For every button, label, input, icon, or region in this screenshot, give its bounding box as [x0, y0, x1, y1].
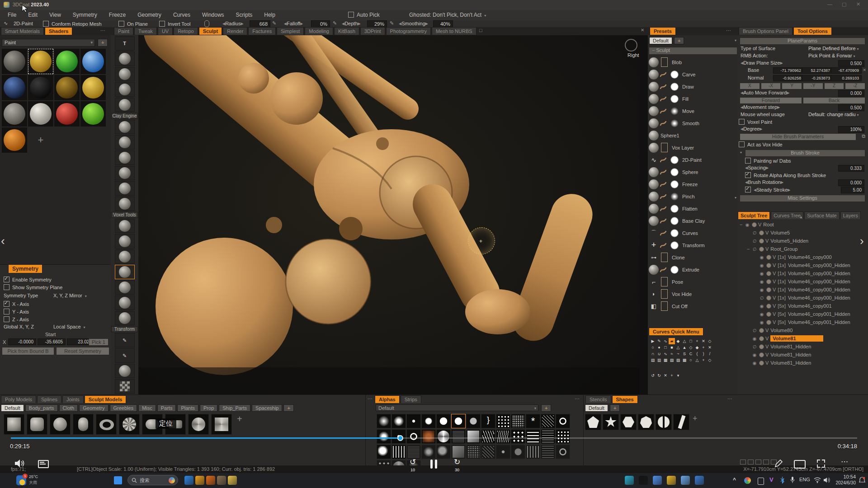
stepper-brush-rotation[interactable]: ◀Brush Rotation▶0.000 [737, 179, 868, 187]
steady-stroke-row[interactable]: ◀Steady Stroke▶5.00 [737, 187, 868, 194]
tree-row-volume81_hidden[interactable]: ◉VVolume81_Hidden [737, 351, 868, 359]
pick-button[interactable]: Pick 1 [89, 338, 108, 346]
curves-menu-item[interactable]: □ [688, 338, 694, 344]
stepper-auto-move-forward[interactable]: ◀Auto Move Forward▶0.000 [737, 90, 868, 97]
falloff-stepper[interactable]: ◀Falloff▶ [284, 21, 303, 26]
tree-tab-surface-mate[interactable]: Surface Mate [804, 211, 839, 219]
reset-symmetry-button[interactable]: Reset Symmetry [56, 347, 109, 355]
presets-tab[interactable]: Presets [650, 27, 676, 35]
eye-closed-icon[interactable]: ∅ [751, 239, 758, 244]
curves-menu-item[interactable]: + [700, 344, 707, 351]
alpha-soft[interactable] [392, 414, 406, 428]
model-thumb-faceted-sphere[interactable] [188, 414, 209, 435]
curves-menu-item[interactable]: △ [694, 357, 700, 363]
preset-tool-flatten[interactable]: Flatten [649, 202, 736, 215]
falloff-value[interactable]: 0% [311, 20, 330, 28]
step-right-icon[interactable]: ▶ [788, 188, 790, 192]
tree-row-volume46_copy000_hidden[interactable]: ◉V[1x]Volume46_copy000_Hidden [737, 269, 868, 277]
alphas-menu[interactable]: ⋯ [575, 396, 580, 402]
shader-item[interactable] [28, 101, 53, 127]
tree-row-root_group[interactable]: −∅VRoot_Group [737, 245, 868, 253]
collapse-right-chevron[interactable]: › [860, 234, 864, 248]
room-tab-simplest[interactable]: Simplest [277, 27, 304, 35]
mic-tray-icon[interactable] [790, 477, 795, 483]
clear-vector-icon[interactable]: ✕ [863, 68, 866, 72]
curves-menu-item[interactable]: ◇ [707, 338, 713, 344]
scroll-up-icon[interactable]: ▲ [799, 215, 803, 219]
curves-menu-item[interactable]: □ [662, 344, 669, 351]
shape-pentagon[interactable] [585, 414, 601, 430]
conform-retopo-checkbox[interactable]: Conform Retopo Mesh [43, 21, 102, 27]
checkbox-box[interactable] [739, 141, 745, 147]
strip-tool-1-4[interactable] [115, 181, 135, 196]
curves-menu-item[interactable]: ◆ [675, 338, 681, 344]
stepper-value[interactable]: 5.00 [841, 187, 864, 193]
bottom-tab-joints[interactable]: Joints [62, 395, 84, 403]
curves-menu-item[interactable]: ▲ [681, 344, 688, 351]
category-ship_parts[interactable]: Ship_Parts [219, 404, 250, 412]
vector-value-2[interactable]: -67.470909 [831, 67, 862, 74]
preset-add-button[interactable]: + [674, 37, 684, 44]
preset-tool-blob[interactable]: Blob [649, 56, 736, 68]
step-right-icon[interactable]: ▶ [781, 180, 783, 184]
store-app-icon[interactable] [217, 476, 226, 485]
strip-tool-2-0[interactable] [115, 219, 135, 233]
shader-item[interactable] [2, 101, 27, 127]
stepper-value[interactable]: 0.000 [838, 90, 864, 97]
bottom-tab-sculpt-models[interactable]: Sculpt Models [85, 395, 127, 403]
preset-tool-cut-off[interactable]: ◧Cut Off [649, 300, 736, 312]
curves-menu-item[interactable]: ▦ [662, 357, 669, 363]
room-tab-retopo[interactable]: Retopo [174, 27, 198, 35]
alpha-specks[interactable] [511, 429, 525, 444]
panel-dock-icon[interactable] [755, 460, 761, 465]
annotate-pencil-icon[interactable] [774, 459, 783, 468]
tree-expander[interactable]: − [747, 246, 751, 252]
preset-tool-carve[interactable]: Carve [649, 68, 736, 80]
viewport[interactable]: Right + [138, 35, 640, 394]
tree-row-volume46_copy000_hidden[interactable]: ∅V[1x]Volume46_copy000_Hidden [737, 294, 868, 302]
curves-menu-item[interactable]: ■ [669, 344, 675, 351]
axis-button--y[interactable]: -Y [803, 83, 823, 89]
add-model-button[interactable]: + [237, 414, 242, 424]
mail-app-icon[interactable] [184, 476, 193, 485]
section-header-misc-settings[interactable]: ▾Misc Settings [740, 195, 865, 202]
curves-menu-item[interactable]: ▧ [669, 357, 675, 363]
alpha-dot[interactable] [406, 414, 421, 428]
axis-checkbox-x[interactable]: X - Axis [4, 301, 29, 309]
depth-value[interactable]: 29% [367, 20, 387, 28]
wifi-tray-icon[interactable] [814, 477, 821, 483]
bottom-tab-splines[interactable]: Splines [37, 395, 61, 403]
social-app-icon[interactable] [653, 476, 662, 485]
curves-menu-item[interactable]: ◇ [688, 344, 694, 351]
eye-open-icon[interactable]: ◉ [759, 312, 765, 317]
calculator-app-icon[interactable] [681, 476, 690, 485]
alphas-dropdown[interactable]: Default▾ [376, 404, 538, 411]
add-shader-tile[interactable]: + [28, 127, 53, 153]
shapes-tab-shapes[interactable]: Shapes [612, 395, 638, 403]
preset-tool-draw[interactable]: Draw [649, 80, 736, 93]
category-prop[interactable]: Prop [200, 404, 217, 412]
checkbox-voxel-paint[interactable]: Voxel Paint [737, 119, 868, 126]
room-tab-paint[interactable]: Paint [114, 27, 133, 35]
alpha-blob[interactable] [436, 445, 451, 459]
stepper-value[interactable]: 0.500 [838, 60, 864, 67]
curves-menu-item[interactable]: ◆ [694, 344, 700, 351]
radius-value[interactable]: 668 [250, 20, 270, 28]
sculpt-group-header[interactable]: − Sculpt [649, 47, 738, 55]
curves-menu-item[interactable]: ) [700, 351, 707, 357]
tree-row-volume46_copy001_hidden[interactable]: ◉V[5x]Volume46_copy001_Hidden [737, 318, 868, 326]
step-right-icon[interactable]: ▶ [766, 166, 769, 170]
axis-button-z[interactable]: Z [824, 83, 844, 89]
fullscreen-icon[interactable] [816, 459, 826, 468]
browser-app-icon[interactable] [625, 476, 634, 485]
room-tab-uv[interactable]: UV [158, 27, 173, 35]
tree-row-volume80[interactable]: ∅VVolume80 [737, 326, 868, 334]
danmaku-panel-icon[interactable] [38, 460, 49, 468]
smoothing-stepper[interactable]: ◀Smoothing▶ [399, 21, 428, 26]
hide-brush-parameters-button[interactable]: Hide Brush Parameters [740, 133, 856, 141]
curves-menu-item[interactable]: / [707, 351, 713, 357]
curves-menu-item[interactable]: ○ [650, 344, 656, 351]
axis-button-x[interactable]: X [740, 83, 760, 89]
skip-back-button[interactable]: ↺10 [406, 457, 420, 472]
strip-tool-0-3[interactable] [115, 82, 135, 97]
